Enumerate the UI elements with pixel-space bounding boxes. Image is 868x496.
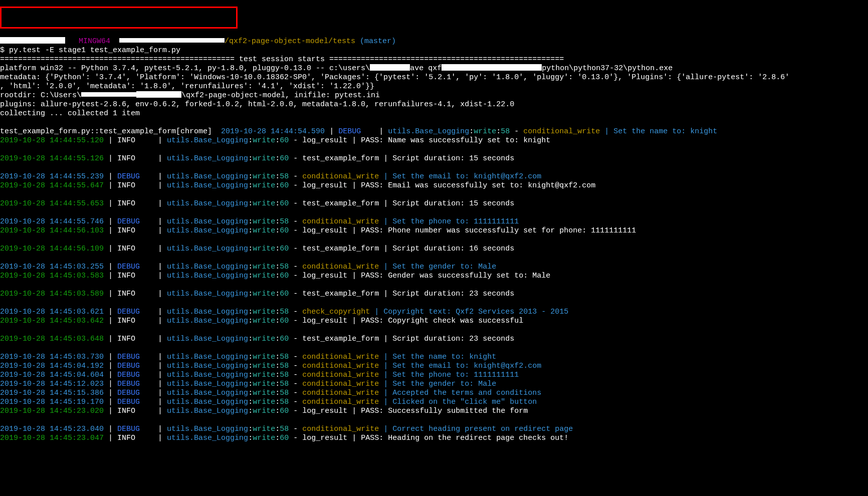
log-line: 2019-10-28 14:45:23.040 | DEBUG | utils.… <box>0 425 868 434</box>
log-line: 2019-10-28 14:45:03.255 | DEBUG | utils.… <box>0 263 868 272</box>
plugins-line: plugins: allure-pytest-2.8.6, env-0.6.2,… <box>0 100 868 109</box>
log-line: 2019-10-28 14:45:03.648 | INFO | utils.B… <box>0 335 868 344</box>
log-line: 2019-10-28 14:45:19.170 | DEBUG | utils.… <box>0 398 868 407</box>
log-line: 2019-10-28 14:45:03.621 | DEBUG | utils.… <box>0 308 868 317</box>
log-line: 2019-10-28 14:45:04.604 | DEBUG | utils.… <box>0 371 868 380</box>
terminal-output[interactable]: MINGW64 /qxf2-page-object-model/tests (m… <box>0 36 868 443</box>
log-line: 2019-10-28 14:45:03.589 | INFO | utils.B… <box>0 290 868 299</box>
session-header: ========================================… <box>0 55 868 64</box>
log-line: 2019-10-28 14:45:03.730 | DEBUG | utils.… <box>0 353 868 362</box>
log-line: 2019-10-28 14:44:55.239 | DEBUG | utils.… <box>0 172 868 181</box>
log-line: 2019-10-28 14:44:55.120 | INFO | utils.B… <box>0 136 868 145</box>
log-line: 2019-10-28 14:45:12.023 | DEBUG | utils.… <box>0 380 868 389</box>
prompt-line-1: MINGW64 /qxf2-page-object-model/tests (m… <box>0 37 868 46</box>
metadata-line-2: , 'html': '2.0.0', 'metadata': '1.8.0', … <box>0 82 868 91</box>
metadata-line-1: metadata: {'Python': '3.7.4', 'Platform'… <box>0 73 868 82</box>
log-line: test_example_form.py::test_example_form[… <box>0 127 868 136</box>
rootdir-line: rootdir: C:\Users\\qxf2-page-object-mode… <box>0 91 868 100</box>
log-line: 2019-10-28 14:45:04.192 | DEBUG | utils.… <box>0 362 868 371</box>
log-line: 2019-10-28 14:45:03.642 | INFO | utils.B… <box>0 317 868 326</box>
log-line: 2019-10-28 14:44:55.746 | DEBUG | utils.… <box>0 217 868 226</box>
log-line: 2019-10-28 14:45:23.047 | INFO | utils.B… <box>0 434 868 443</box>
command-line: $ py.test -E stage1 test_example_form.py <box>0 46 868 55</box>
log-line: 2019-10-28 14:44:55.653 | INFO | utils.B… <box>0 199 868 208</box>
log-line: 2019-10-28 14:45:03.583 | INFO | utils.B… <box>0 272 868 281</box>
log-line: 2019-10-28 14:44:56.109 | INFO | utils.B… <box>0 244 868 254</box>
platform-line: platform win32 -- Python 3.7.4, pytest-5… <box>0 64 868 73</box>
log-line: 2019-10-28 14:44:55.647 | INFO | utils.B… <box>0 181 868 190</box>
highlight-rectangle <box>0 7 238 29</box>
log-line: 2019-10-28 14:45:23.020 | INFO | utils.B… <box>0 407 868 416</box>
collecting-line: collecting ... collected 1 item <box>0 109 868 118</box>
log-line: 2019-10-28 14:44:56.103 | INFO | utils.B… <box>0 226 868 235</box>
log-line: 2019-10-28 14:45:15.386 | DEBUG | utils.… <box>0 389 868 398</box>
log-line: 2019-10-28 14:44:55.126 | INFO | utils.B… <box>0 154 868 163</box>
